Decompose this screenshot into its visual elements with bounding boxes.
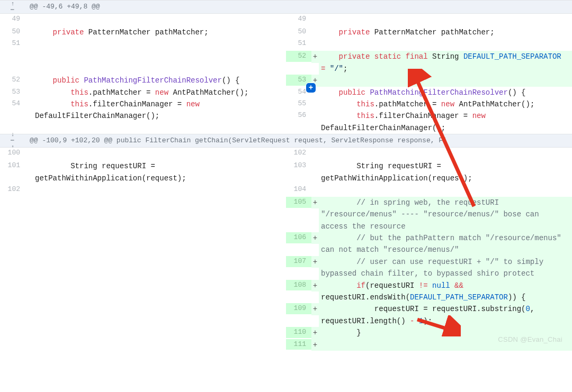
code-content (33, 148, 286, 159)
diff-left: 100 101 String requestURI = getPathWithi… (0, 148, 286, 351)
diff-right: 102 103 String requestURI = getPathWithi… (286, 148, 572, 351)
diff-line-added[interactable]: 106+ // but the pathPattern match "/reso… (286, 232, 572, 256)
diff-block-1: 49 50 private PatternMatcher pathMatcher… (0, 14, 572, 134)
diff-line[interactable]: 102 (286, 148, 572, 160)
diff-line-added[interactable]: 53+ (286, 75, 572, 86)
hunk-header: ↓┉↑ @@ -100,9 +102,20 @@ public FilterCh… (0, 134, 572, 148)
line-number[interactable]: 103 (286, 160, 311, 171)
line-number[interactable]: 51 (286, 38, 311, 49)
diff-block-2: 100 101 String requestURI = getPathWithi… (0, 148, 572, 351)
code-content: public PathMatchingFilterChainResolver()… (33, 75, 286, 86)
diff-line[interactable]: 50 private PatternMatcher pathMatcher; (0, 26, 286, 38)
diff-line[interactable]: 101 String requestURI = getPathWithinApp… (0, 160, 286, 184)
code-content: private PatternMatcher pathMatcher; (319, 26, 572, 38)
code-content: String requestURI = getPathWithinApplica… (33, 160, 286, 184)
line-number[interactable]: 52 (0, 75, 25, 86)
line-number[interactable]: 107 (286, 256, 311, 267)
code-content: // in spring web, the requestURI "/resou… (319, 197, 572, 232)
line-number[interactable]: 105 (286, 197, 311, 208)
code-content: String requestURI = getPathWithinApplica… (319, 160, 572, 184)
code-content (319, 14, 572, 25)
diff-marker: + (311, 327, 319, 339)
line-number[interactable]: 49 (286, 14, 311, 25)
code-content: this.pathMatcher = new AntPathMatcher(); (33, 87, 286, 98)
code-content (33, 38, 286, 50)
code-content (319, 184, 572, 196)
code-content (319, 75, 572, 86)
diff-line-added[interactable]: 108+ if(requestURI != null && requestURI… (286, 280, 572, 304)
diff-line[interactable]: 54 public PathMatchingFilterChainResolve… (286, 87, 572, 98)
diff-line[interactable]: 51 (286, 38, 572, 51)
diff-line[interactable]: 104 (286, 184, 572, 197)
diff-marker: + (311, 197, 319, 208)
code-content: this.filterChainManager = new DefaultFil… (319, 110, 572, 134)
diff-line[interactable]: 53 this.pathMatcher = new AntPathMatcher… (0, 87, 286, 98)
code-content: requestURI = requestURI.substring(0, req… (319, 303, 572, 327)
code-content: // user can use requestURI + "/" to simp… (319, 256, 572, 280)
diff-marker: + (311, 256, 319, 268)
code-content (319, 339, 572, 351)
add-comment-button[interactable]: + (306, 83, 316, 93)
diff-line-added[interactable]: 110+ } (286, 327, 572, 339)
line-number[interactable]: 50 (0, 26, 25, 38)
diff-line[interactable]: 102 (0, 184, 286, 197)
code-content (33, 184, 286, 196)
diff-line-added[interactable]: 107+ // user can use requestURI + "/" to… (286, 256, 572, 280)
diff-marker: + (311, 280, 319, 291)
hunk-range: @@ -100,9 +102,20 @@ public FilterChain … (25, 135, 447, 147)
diff-line[interactable]: 55 this.pathMatcher = new AntPathMatcher… (286, 98, 572, 110)
diff-marker: + (311, 339, 319, 351)
diff-marker: + (311, 51, 319, 62)
code-content: private static final String DEFAULT_PATH… (319, 51, 572, 75)
diff-line-added[interactable]: 52+ private static final String DEFAULT_… (286, 51, 572, 75)
diff-line[interactable]: 49 (0, 14, 286, 26)
code-content (319, 148, 572, 159)
diff-line[interactable]: 49 (286, 14, 572, 26)
diff-line[interactable]: 52 public PathMatchingFilterChainResolve… (0, 75, 286, 86)
diff-right: 49 50 private PatternMatcher pathMatcher… (286, 14, 572, 134)
line-number[interactable]: 100 (0, 148, 25, 159)
line-number[interactable]: 53 (0, 87, 25, 98)
hunk-range: @@ -49,6 +49,8 @@ (25, 2, 100, 13)
line-number[interactable]: 102 (286, 148, 311, 159)
line-number[interactable]: 106 (286, 232, 311, 243)
diff-left: 49 50 private PatternMatcher pathMatcher… (0, 14, 286, 134)
diff-line-added[interactable]: 109+ requestURI = requestURI.substring(0… (286, 303, 572, 327)
line-number[interactable]: 54 (0, 98, 25, 110)
code-content: this.pathMatcher = new AntPathMatcher(); (319, 98, 572, 110)
diff-line[interactable]: 54 this.filterChainManager = new Default… (0, 98, 286, 122)
line-number[interactable]: 110 (286, 327, 311, 338)
diff-marker: + (311, 232, 319, 244)
diff-line[interactable]: 51 (0, 38, 286, 51)
code-content (319, 38, 572, 50)
expand-hunk-button[interactable]: ↑┉ (0, 1, 25, 13)
code-content: private PatternMatcher pathMatcher; (33, 26, 286, 38)
unfold-up-icon: ↑┉ (0, 1, 25, 13)
line-number[interactable]: 104 (286, 184, 311, 195)
line-number[interactable]: 111 (286, 339, 311, 350)
line-number[interactable]: 52 (286, 51, 311, 62)
code-content (33, 14, 286, 25)
diff-line[interactable]: 50 private PatternMatcher pathMatcher; (286, 26, 572, 38)
line-number[interactable]: 50 (286, 26, 311, 38)
hunk-header: ↑┉ @@ -49,6 +49,8 @@ (0, 0, 572, 14)
diff-marker: + (311, 303, 319, 315)
line-number[interactable]: 55 (286, 98, 311, 110)
code-content: this.filterChainManager = new DefaultFil… (33, 98, 286, 122)
diff-line-added[interactable]: 105+ // in spring web, the requestURI "/… (286, 197, 572, 232)
code-content: } (319, 327, 572, 339)
line-number[interactable]: 51 (0, 38, 25, 49)
diff-line[interactable]: 56 this.filterChainManager = new Default… (286, 110, 572, 134)
diff-line[interactable]: 103 String requestURI = getPathWithinApp… (286, 160, 572, 184)
line-number[interactable]: 108 (286, 280, 311, 291)
line-number[interactable]: 109 (286, 303, 311, 314)
diff-line-added[interactable]: 111+ (286, 339, 572, 351)
line-number[interactable]: 101 (0, 160, 25, 171)
line-number[interactable]: 49 (0, 14, 25, 25)
code-content: public PathMatchingFilterChainResolver()… (319, 87, 572, 98)
code-content: // but the pathPattern match "/resource/… (319, 232, 572, 256)
code-content: if(requestURI != null && requestURI.ends… (319, 280, 572, 304)
line-number[interactable]: 102 (0, 184, 25, 195)
line-number[interactable]: 56 (286, 110, 311, 121)
diff-line[interactable]: 100 (0, 148, 286, 160)
